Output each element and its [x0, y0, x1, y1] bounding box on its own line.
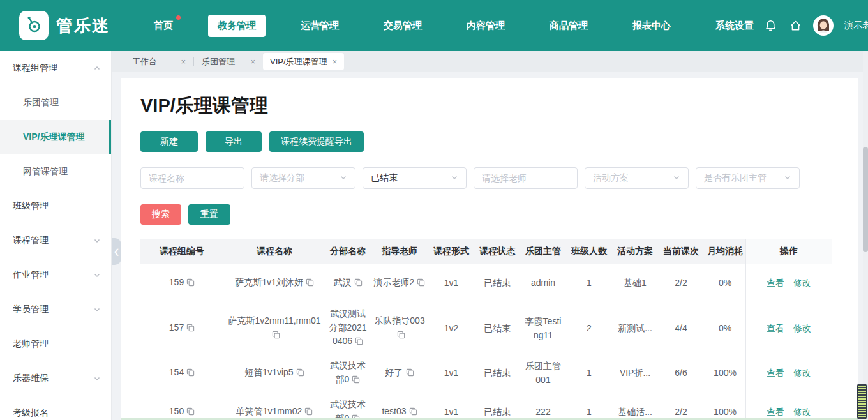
cell-leader: admin	[521, 264, 565, 303]
view-link[interactable]: 查看	[767, 405, 784, 419]
copy-icon[interactable]	[296, 367, 304, 381]
chevron-down-icon	[340, 173, 347, 183]
cell-leader: 李霞Testing11	[521, 303, 565, 354]
edit-link[interactable]: 修改	[793, 405, 811, 419]
nav-item-report[interactable]: 报表中心	[623, 15, 680, 37]
search-button[interactable]: 搜索	[140, 204, 181, 225]
view-link[interactable]: 查看	[767, 322, 784, 336]
chevron-down-icon	[93, 271, 101, 279]
sidebar-item-class-mgmt[interactable]: 班级管理	[0, 189, 111, 223]
table-row: 159 萨克斯1v1刘沐妍 武汉 演示老师2 1v1 已结束 admin 1 基…	[140, 264, 832, 303]
content-card: VIP/乐理课管理 新建 导出 课程续费提醒导出 请选择分部 已结束 活动方案 …	[121, 78, 858, 420]
sidebar-item-course-mgmt[interactable]: 课程管理	[0, 223, 111, 258]
close-icon[interactable]: ×	[333, 57, 338, 66]
col-header-leader: 乐团主管	[521, 239, 565, 264]
tab-band-mgmt[interactable]: 乐团管理 ×	[194, 51, 263, 72]
status-select[interactable]: 已结束	[363, 167, 467, 189]
sidebar-item-student-mgmt[interactable]: 学员管理	[0, 292, 111, 327]
sidebar-item-label: 考级报名	[13, 407, 49, 419]
cell-branch: 武汉技术部0	[326, 393, 370, 420]
edit-link[interactable]: 修改	[793, 322, 811, 336]
copy-icon[interactable]	[406, 367, 414, 381]
cell-form: 1v2	[429, 303, 474, 354]
bell-icon[interactable]	[763, 19, 777, 33]
reset-button[interactable]: 重置	[188, 204, 230, 225]
export-button[interactable]: 导出	[206, 131, 262, 152]
sidebar-item-online-course[interactable]: 网管课管理	[0, 154, 111, 189]
copy-icon[interactable]	[186, 367, 195, 381]
nav-item-system[interactable]: 系统设置	[706, 15, 763, 37]
scrollbar-thumb[interactable]	[863, 147, 868, 252]
scrollbar-track[interactable]	[863, 51, 868, 420]
col-header-branch: 分部名称	[326, 239, 370, 264]
nav-item-content[interactable]: 内容管理	[457, 15, 514, 37]
sidebar-item-exam-signup[interactable]: 考级报名	[0, 396, 111, 420]
cell-plan: 基础1	[613, 264, 657, 303]
cell-name: 萨克斯1v1刘沐妍	[223, 264, 326, 303]
view-link[interactable]: 查看	[767, 366, 784, 380]
nav-label: 首页	[154, 20, 173, 31]
cell-size: 1	[565, 264, 613, 303]
tab-label: VIP/乐理课管理	[270, 56, 327, 68]
sidebar-item-teacher-mgmt[interactable]: 老师管理	[0, 327, 111, 361]
nav-item-goods[interactable]: 商品管理	[540, 15, 597, 37]
select-value: 已结束	[371, 172, 398, 184]
user-avatar[interactable]	[813, 15, 834, 36]
cell-consume: 100%	[705, 354, 745, 393]
close-icon[interactable]: ×	[181, 57, 186, 66]
copy-icon[interactable]	[355, 336, 363, 350]
col-header-consume: 月均消耗	[705, 239, 745, 264]
teacher-input[interactable]	[474, 167, 578, 189]
cell-teacher: test03	[370, 393, 429, 420]
sidebar: 课程组管理 乐团管理 VIP/乐理课管理 网管课管理 班级管理 课程管理 作业管…	[0, 51, 112, 420]
sidebar-item-band-mgmt[interactable]: 乐团管理	[0, 86, 111, 120]
sidebar-collapse-handle[interactable]: ❮	[112, 238, 121, 265]
col-header-plan: 活动方案	[613, 239, 657, 264]
col-header-actions: 操作	[745, 239, 832, 264]
tab-vip-course[interactable]: VIP/乐理课管理 ×	[263, 53, 344, 70]
sidebar-item-instrument-maintain[interactable]: 乐器维保	[0, 361, 111, 396]
tab-workbench[interactable]: 工作台 ×	[124, 51, 193, 72]
copy-icon[interactable]	[186, 322, 195, 336]
cell-status: 已结束	[474, 303, 521, 354]
nav-item-trade[interactable]: 交易管理	[374, 15, 431, 37]
copy-icon[interactable]	[186, 277, 195, 291]
view-link[interactable]: 查看	[767, 276, 784, 290]
nav-item-home[interactable]: 首页	[144, 15, 183, 37]
cell-status: 已结束	[474, 354, 521, 393]
sidebar-item-course-group[interactable]: 课程组管理	[0, 51, 111, 86]
col-header-current: 当前课次	[657, 239, 705, 264]
copy-icon[interactable]	[354, 277, 363, 291]
copy-icon[interactable]	[397, 329, 405, 343]
branch-select[interactable]: 请选择分部	[251, 167, 355, 189]
table-row: 154 短笛1v1vip5 武汉技术部0 好了 1v1 已结束 乐团主管001 …	[140, 354, 832, 393]
nav-item-academic[interactable]: 教务管理	[208, 15, 266, 37]
has-leader-select[interactable]: 是否有乐团主管	[696, 167, 800, 189]
close-icon[interactable]: ×	[250, 57, 255, 66]
copy-icon[interactable]	[352, 374, 360, 388]
copy-icon[interactable]	[306, 277, 314, 291]
plan-select[interactable]: 活动方案	[585, 167, 689, 189]
sidebar-item-vip-course[interactable]: VIP/乐理课管理	[0, 120, 111, 154]
nav-label: 交易管理	[384, 20, 422, 31]
user-name[interactable]: 演示老师2	[844, 20, 868, 31]
chevron-up-icon	[93, 64, 101, 72]
col-header-form: 课程形式	[429, 239, 474, 264]
cell-id: 150	[140, 393, 223, 420]
copy-icon[interactable]	[417, 277, 425, 291]
sidebar-item-homework-mgmt[interactable]: 作业管理	[0, 258, 111, 292]
renew-export-button[interactable]: 课程续费提醒导出	[269, 131, 364, 152]
edit-link[interactable]: 修改	[793, 276, 811, 290]
search-button-row: 搜索 重置	[140, 204, 858, 225]
top-header: 管乐迷 首页 教务管理 运营管理 交易管理 内容管理 商品管理 报表中心 系统设…	[0, 0, 868, 51]
home-icon[interactable]	[788, 19, 802, 33]
edit-link[interactable]: 修改	[793, 366, 811, 380]
brand-logo[interactable]	[19, 11, 49, 40]
cell-leader: 222	[521, 393, 565, 420]
nav-item-operation[interactable]: 运营管理	[291, 15, 348, 37]
create-button[interactable]: 新建	[140, 131, 198, 152]
course-name-input[interactable]	[140, 167, 244, 189]
cell-form: 1v1	[429, 354, 474, 393]
cell-plan: 新测试...	[613, 303, 657, 354]
copy-icon[interactable]	[272, 329, 280, 343]
